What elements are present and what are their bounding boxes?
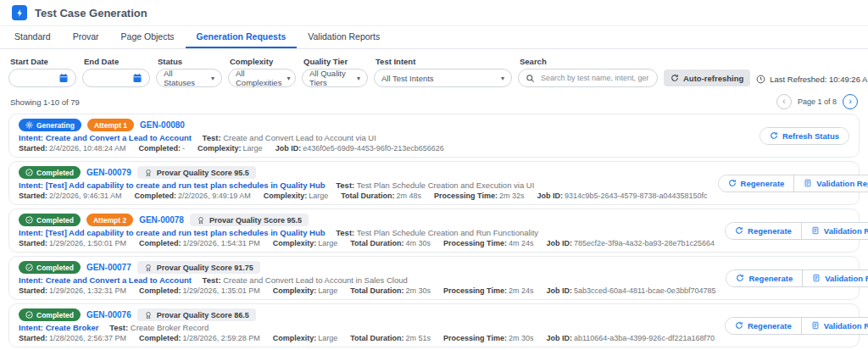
test-pair: Test: Test Plan Schedule Creation and Ru… [336, 228, 538, 237]
card-details: Completed GEN-00079 Provar Quality Score… [19, 166, 708, 200]
meta-complexity: Complexity:Large [273, 286, 338, 295]
validation-report-button[interactable]: Validation Report [801, 318, 868, 334]
search-label: Search [518, 57, 658, 66]
search-input[interactable] [539, 73, 650, 83]
card-action-group: RegenerateValidation ReportDownload Test… [718, 175, 868, 192]
chevron-down-icon: ▾ [501, 75, 504, 82]
status-select[interactable]: All Statuses ▾ [156, 69, 222, 87]
test-text: Create and Convert Lead to Account via U… [223, 133, 376, 142]
quality-tier-filter-label: Quality Tier [302, 57, 368, 66]
generation-request-card: Generating Attempt 1 GEN-00080 Intent: C… [8, 114, 860, 158]
meta-started: Started:2/2/2026, 9:46:31 AM [19, 192, 122, 200]
generation-id-link[interactable]: GEN-00076 [86, 310, 131, 319]
badge-row: Completed GEN-00076 Provar Quality Score… [19, 308, 715, 321]
search-box[interactable] [518, 69, 658, 87]
end-date-input[interactable] [82, 69, 150, 87]
quality-tier-select[interactable]: All Quality Tiers ▾ [302, 69, 368, 87]
validation-report-button[interactable]: Validation Report [793, 175, 868, 192]
regenerate-button[interactable]: Regenerate [719, 175, 794, 192]
badge-row: Completed GEN-00079 Provar Quality Score… [19, 166, 708, 179]
generation-request-card: Completed GEN-00079 Provar Quality Score… [8, 161, 860, 205]
start-date-group: Start Date [8, 57, 76, 87]
award-icon [197, 216, 205, 225]
intent-label: Intent: [19, 181, 43, 190]
intent-line: Intent: Create and Convert a Lead to Acc… [19, 275, 715, 285]
meta-complexity: Complexity:Large [264, 192, 329, 200]
regenerate-button[interactable]: Regenerate [726, 223, 801, 239]
card-details: Generating Attempt 1 GEN-00080 Intent: C… [19, 119, 444, 153]
attempt-badge: Attempt 2 [86, 214, 133, 226]
test-pair: Test: Create and Convert Lead to Account… [203, 133, 376, 142]
badge-row: Completed GEN-00077 Provar Quality Score… [19, 261, 715, 274]
tab-provar[interactable]: Provar [62, 26, 110, 48]
test-label: Test: [203, 275, 221, 285]
meta-line: Started:2/2/2026, 9:46:31 AMCompleted:2/… [19, 192, 708, 200]
refresh-status-button[interactable]: Refresh Status [760, 128, 849, 144]
card-actions: RegenerateValidation ReportSave Test Cas… [726, 269, 868, 287]
generation-id-link[interactable]: GEN-00077 [86, 263, 131, 272]
calendar-icon[interactable] [58, 73, 69, 83]
start-date-field[interactable] [16, 74, 55, 83]
meta-started: Started:1/29/2026, 1:50:01 PM [19, 239, 126, 247]
pagination: ‹ Page 1 of 8 › [776, 94, 858, 109]
generation-request-list: Generating Attempt 1 GEN-00080 Intent: C… [0, 114, 868, 350]
card-action-group: Refresh Status [760, 127, 849, 145]
card-actions: RegenerateValidation ReportSave Test Cas… [725, 222, 868, 240]
meta-complexity: Complexity:Large [273, 334, 338, 342]
regenerate-button[interactable]: Regenerate [726, 318, 801, 334]
quality-score-badge: Provar Quality Score 95.5 [137, 166, 256, 179]
chevron-down-icon: ▾ [287, 75, 290, 82]
validation-report-button[interactable]: Validation Report [801, 223, 868, 239]
meta-complexity: Complexity:Large [273, 239, 338, 247]
intent-line: Intent: Create Broker Test: Create Broke… [19, 323, 715, 332]
meta-processing-time: Processing Time:2m 24s [443, 286, 533, 295]
refresh-icon [670, 74, 679, 82]
report-icon [811, 226, 820, 235]
chevron-down-icon: ▾ [211, 75, 214, 82]
intent-label: Intent: [19, 275, 43, 285]
generation-id-link[interactable]: GEN-00080 [140, 120, 185, 130]
tab-bar: Standard Provar Page Objects Generation … [0, 26, 868, 49]
last-refreshed-text: Last Refreshed: 10:49:26 AM [770, 75, 868, 84]
tab-standard[interactable]: Standard [3, 26, 62, 48]
meta-total-duration: Total Duration:4m 30s [350, 239, 431, 247]
calendar-icon[interactable] [132, 73, 142, 83]
test-text: Create and Convert Lead to Account in Sa… [223, 275, 408, 285]
report-icon [804, 179, 812, 187]
intent-label: Intent: [19, 323, 43, 332]
regenerate-button[interactable]: Regenerate [726, 270, 802, 286]
regenerate-icon [736, 274, 744, 282]
intent-line: Intent: [Test] Add capability to create … [19, 181, 708, 190]
status-filter-label: Status [156, 57, 222, 66]
tab-validation-reports[interactable]: Validation Reports [297, 26, 391, 48]
next-page-button[interactable]: › [843, 94, 858, 109]
tab-page-objects[interactable]: Page Objects [110, 26, 186, 48]
test-text: Test Plan Schedule Creation and Run Func… [357, 228, 538, 237]
test-intent-select[interactable]: All Test Intents ▾ [374, 69, 512, 87]
meta-completed: Completed:1/29/2026, 1:35:01 PM [139, 286, 260, 295]
prev-page-button[interactable]: ‹ [776, 94, 792, 109]
meta-job-id: Job ID:e436f0e5-69d9-4453-96f0-213ecb656… [275, 144, 444, 153]
validation-report-button[interactable]: Validation Report [802, 270, 868, 286]
complexity-select-value: All Complexities [236, 69, 281, 87]
generation-id-link[interactable]: GEN-00079 [86, 168, 131, 177]
complexity-select[interactable]: All Complexities ▾ [228, 69, 296, 87]
card-action-group: RegenerateValidation ReportDownload Test… [725, 317, 868, 335]
meta-job-id: Job ID:785ecf2e-3f9a-4a32-ba93-28e7b1c25… [546, 239, 715, 247]
report-icon [812, 274, 821, 282]
intent-label: Intent: [19, 228, 43, 237]
chevron-down-icon: ▾ [357, 75, 360, 82]
start-date-input[interactable] [8, 69, 76, 87]
quality-score-badge: Provar Quality Score 91.75 [137, 261, 260, 274]
end-date-field[interactable] [90, 74, 129, 83]
tab-generation-requests[interactable]: Generation Requests [186, 26, 298, 48]
meta-line: Started:1/29/2026, 1:32:31 PMCompleted:1… [19, 286, 715, 295]
meta-total-duration: Total Duration:2m 51s [350, 334, 431, 342]
badge-row: Completed Attempt 2 GEN-00078 Provar Qua… [19, 214, 715, 226]
search-icon [526, 74, 535, 83]
generation-id-link[interactable]: GEN-00078 [139, 215, 184, 225]
test-intent-filter-label: Test Intent [374, 57, 512, 66]
regenerate-icon [735, 321, 743, 330]
test-pair: Test: Test Plan Schedule Creation and Ex… [336, 181, 534, 190]
test-pair: Test: Create Broker Record [109, 323, 209, 332]
